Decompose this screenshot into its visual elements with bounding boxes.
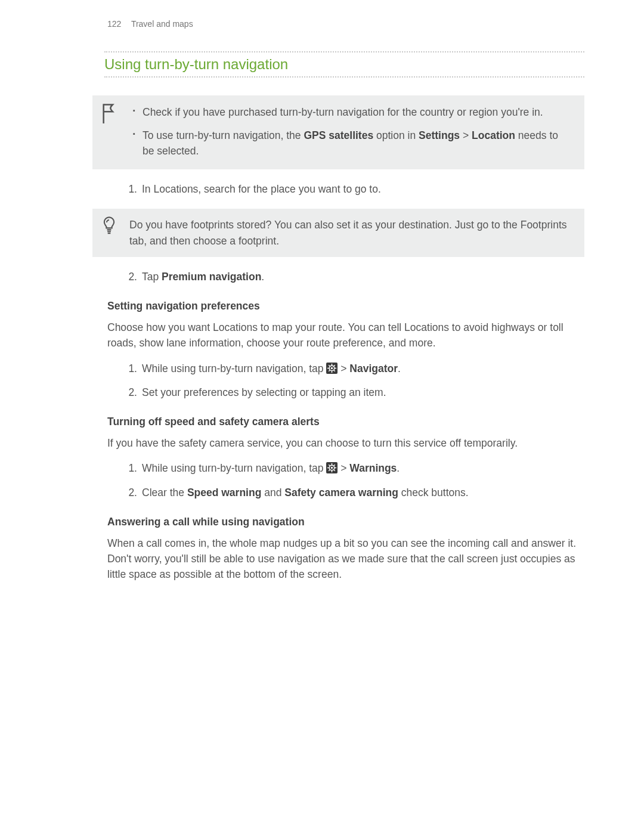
main-steps-list: 2. Tap Premium navigation.	[107, 269, 584, 284]
step-number: 2.	[124, 385, 137, 400]
step-number: 1.	[124, 460, 137, 476]
step-number: 1.	[124, 361, 137, 376]
prefs-steps-list: 1. While using turn-by-turn navigation, …	[107, 361, 584, 401]
paragraph: If you have the safety camera service, y…	[107, 435, 584, 451]
subheading-preferences: Setting navigation preferences	[107, 300, 584, 312]
bold-text: Speed warning	[187, 487, 261, 498]
bold-text: Navigator	[349, 363, 398, 374]
requirement-text: To use turn-by-turn navigation, the	[143, 129, 304, 141]
section-title-rule: Using turn-by-turn navigation	[104, 51, 584, 78]
page-header: 122 Travel and maps	[107, 19, 584, 29]
bold-text: Safety camera warning	[284, 487, 398, 498]
step-text: and	[261, 487, 284, 498]
step-text: .	[397, 462, 400, 474]
bold-text: Warnings	[349, 462, 397, 474]
gear-icon	[326, 363, 338, 374]
tip-text: Do you have footprints stored? You can a…	[129, 217, 572, 249]
requirements-callout: Check if you have purchased turn-by-turn…	[92, 95, 584, 169]
document-page: 122 Travel and maps Using turn-by-turn n…	[0, 0, 644, 583]
bold-text: Location	[472, 129, 515, 141]
main-steps-list: 1. In Locations, search for the place yo…	[107, 181, 584, 197]
step-item: 2. Set your preferences by selecting or …	[129, 385, 584, 400]
step-number: 2.	[124, 269, 137, 284]
step-text: .	[398, 363, 401, 374]
section-title: Using turn-by-turn navigation	[104, 56, 584, 73]
bold-text: GPS satellites	[304, 129, 373, 141]
step-text: .	[261, 271, 264, 283]
page-number: 122	[107, 19, 129, 29]
step-item: 2. Tap Premium navigation.	[129, 269, 584, 284]
gear-icon	[326, 462, 338, 473]
step-text: >	[338, 363, 349, 374]
requirement-item: To use turn-by-turn navigation, the GPS …	[133, 128, 572, 159]
step-text: While using turn-by-turn navigation, tap	[142, 363, 326, 374]
paragraph: Choose how you want Locations to map you…	[107, 320, 584, 351]
flag-icon	[101, 103, 117, 123]
requirements-list: Check if you have purchased turn-by-turn…	[129, 105, 572, 159]
requirement-item: Check if you have purchased turn-by-turn…	[133, 105, 572, 120]
step-item: 1. While using turn-by-turn navigation, …	[129, 460, 584, 476]
step-text: While using turn-by-turn navigation, tap	[142, 462, 326, 474]
step-text: Tap	[142, 271, 162, 283]
bold-text: Premium navigation	[162, 271, 261, 283]
step-text: In Locations, search for the place you w…	[142, 183, 381, 195]
step-item: 2. Clear the Speed warning and Safety ca…	[129, 485, 584, 500]
step-text: check buttons.	[398, 487, 469, 498]
bold-text: Settings	[419, 129, 460, 141]
svg-point-10	[331, 367, 333, 368]
svg-point-21	[331, 467, 333, 469]
step-text: Clear the	[142, 487, 187, 498]
requirement-text: >	[460, 129, 472, 141]
requirement-text: option in	[373, 129, 419, 141]
step-number: 1.	[124, 181, 137, 197]
alerts-steps-list: 1. While using turn-by-turn navigation, …	[107, 460, 584, 500]
step-text: Set your preferences by selecting or tap…	[142, 386, 386, 398]
lightbulb-icon	[101, 216, 117, 237]
step-item: 1. In Locations, search for the place yo…	[129, 181, 584, 197]
paragraph: When a call comes in, the whole map nudg…	[107, 535, 584, 583]
tip-callout: Do you have footprints stored? You can a…	[92, 209, 584, 257]
step-text: >	[338, 462, 349, 474]
requirement-text: Check if you have purchased turn-by-turn…	[143, 106, 543, 118]
chapter-title: Travel and maps	[131, 19, 193, 29]
step-item: 1. While using turn-by-turn navigation, …	[129, 361, 584, 376]
step-number: 2.	[124, 485, 137, 500]
subheading-alerts: Turning off speed and safety camera aler…	[107, 416, 584, 428]
subheading-call: Answering a call while using navigation	[107, 516, 584, 528]
